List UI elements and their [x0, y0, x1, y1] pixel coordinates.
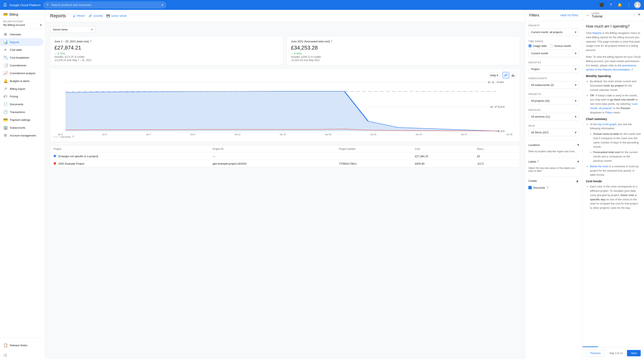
- tutorial-close-button[interactable]: ✕: [638, 12, 641, 17]
- sidebar-item-overview[interactable]: ⊞ Overview: [0, 31, 43, 38]
- group-by-value: Project: [531, 68, 539, 71]
- reports-header: Reports 🖨 PRINT 🔗 SHARE 💾 SAVE VIEW: [45, 10, 525, 22]
- payment-settings-icon: 💳: [3, 118, 8, 122]
- credits-section-toggle[interactable]: Credits ▲: [528, 177, 579, 185]
- project-number-1: [336, 153, 412, 160]
- search-dropdown-icon[interactable]: ▾: [162, 4, 163, 7]
- help-icon[interactable]: ?: [607, 1, 614, 9]
- col-project-id: Project ID: [209, 146, 336, 153]
- invoice-month-radio-circle: [550, 44, 553, 48]
- group-by-arrow-icon: ▾: [575, 67, 576, 71]
- discounts-checkbox-row[interactable]: Discounts ?: [528, 185, 579, 190]
- sidebar-item-label: Subaccounts: [10, 126, 25, 129]
- project-name-1: [Charges not specific to a project]: [50, 153, 209, 160]
- period-selector[interactable]: Daily ▾: [488, 73, 500, 78]
- sidebar-nav: ⊞ Overview 📊 Reports ≡ Cost table 📉 Cost…: [0, 29, 45, 336]
- tutorial-intro: Click Reports in the Billing navigation …: [586, 31, 641, 52]
- line-chart-button[interactable]: [502, 72, 509, 79]
- tutorial-note: Note: To view the billing reports for yo…: [586, 55, 641, 72]
- presets-filter: Presets Current month, all projects ▾: [528, 24, 579, 36]
- search-bar[interactable]: 🔍 ▾: [43, 2, 166, 9]
- chart-summary-heading: Chart summary: [586, 117, 641, 121]
- project-cost-2: £655.80: [412, 160, 474, 167]
- labels-help-icon[interactable]: ?: [537, 160, 539, 163]
- print-button[interactable]: 🖨 PRINT: [72, 14, 85, 18]
- project-discount-2: -£171: [474, 160, 520, 167]
- project-color-dot-1: [54, 155, 56, 157]
- locations-section-toggle[interactable]: Locations ▾: [528, 140, 579, 149]
- main-content: Reports 🖨 PRINT 🔗 SHARE 💾 SAVE VIEW: [45, 10, 525, 359]
- hamburger-icon[interactable]: ☰: [3, 3, 7, 8]
- saved-views-dropdown[interactable]: Saved views ▾: [50, 26, 95, 33]
- hide-filters-button[interactable]: HIDE FILTERS: [560, 14, 578, 17]
- sidebar-item-cost-breakdown[interactable]: 📉 Cost breakdown: [0, 54, 43, 62]
- stat-help-icon-2[interactable]: ?: [330, 40, 332, 43]
- sidebar-collapse-button[interactable]: ◁: [0, 351, 45, 359]
- discounts-label: Discounts: [533, 186, 545, 189]
- projects-dropdown[interactable]: All projects (16) ▾: [528, 97, 579, 105]
- sidebar-item-subaccounts[interactable]: 🏢 Subaccounts: [0, 124, 43, 132]
- usage-date-radio[interactable]: Usage date: [528, 44, 547, 48]
- sidebar-bottom: 📋 Release Notes: [0, 340, 45, 351]
- user-avatar[interactable]: [634, 2, 641, 8]
- sidebar-item-payment-settings[interactable]: 💳 Payment settings: [0, 116, 43, 124]
- tutorial-menu-icon[interactable]: ⋮: [632, 12, 636, 17]
- notifications-icon[interactable]: 🔔: [616, 1, 624, 9]
- sidebar-item-budgets-alerts[interactable]: 🔔 Budgets & alerts: [0, 77, 43, 85]
- saved-views-label: Saved views: [53, 28, 90, 31]
- stat-help-icon-1[interactable]: ?: [90, 40, 92, 43]
- presets-dropdown[interactable]: Current month, all projects ▾: [528, 28, 579, 36]
- pricing-icon: 🏷: [3, 94, 8, 99]
- group-by-dropdown[interactable]: Project ▾: [528, 65, 579, 73]
- sidebar-item-billing-export[interactable]: ↗ Billing export: [0, 85, 43, 93]
- services-dropdown[interactable]: All services (11) ▾: [528, 113, 579, 120]
- current-month-dropdown[interactable]: Current month ▾: [528, 50, 579, 57]
- search-input[interactable]: [51, 3, 159, 7]
- sidebar-item-commitment-analysis[interactable]: 📈 Commitment analysis: [0, 69, 43, 77]
- tutorial-header-left: ← LEARN Tutorial: [586, 12, 602, 18]
- sidebar-item-label: Commitments: [10, 64, 26, 67]
- sidebar-item-documents[interactable]: 📄 Documents: [0, 100, 43, 108]
- labels-label: Labels: [528, 160, 536, 163]
- bar-chart-button[interactable]: [510, 72, 516, 79]
- invoice-month-radio[interactable]: Invoice month: [550, 44, 571, 48]
- tutorial-back-button[interactable]: ←: [586, 13, 590, 18]
- svg-rect-3: [514, 75, 514, 77]
- tutorial-header: ← LEARN Tutorial ⋮ ✕: [582, 10, 644, 21]
- tutorial-next-button[interactable]: Next: [627, 350, 641, 356]
- commitment-analysis-icon: 📈: [3, 71, 8, 75]
- cloud-shell-icon[interactable]: ⬛: [598, 1, 606, 9]
- sidebar-item-account-management[interactable]: ⚙ Account management: [0, 132, 43, 139]
- sidebar-item-cost-table[interactable]: ≡ Cost table: [0, 46, 43, 54]
- sidebar-item-transactions[interactable]: 🕐 Transactions: [0, 108, 43, 116]
- skus-dropdown[interactable]: All SKUs (157) ▾: [528, 129, 579, 136]
- tutorial-previous-button[interactable]: Previous: [586, 350, 605, 356]
- billing-account-selector[interactable]: Billing account My Billing Account ▾: [0, 19, 45, 29]
- table-row[interactable]: GKE Example Project gke-example-project-…: [50, 160, 520, 167]
- invoice-month-label: Invoice month: [554, 44, 571, 48]
- locations-desc: Filter by location data like region and …: [528, 150, 579, 153]
- cost-trend-help-icon[interactable]: ?: [72, 135, 74, 139]
- share-button[interactable]: 🔗 SHARE: [88, 14, 103, 18]
- table-row[interactable]: [Charges not specific to a project] — £2…: [50, 153, 520, 160]
- sidebar-item-release-notes[interactable]: 📋 Release Notes: [0, 341, 43, 349]
- discounts-help-icon[interactable]: ?: [547, 186, 548, 189]
- stat-detail-1b: -£1,076.15 over May 7 – 31, 2021: [54, 59, 279, 62]
- sidebar-item-reports[interactable]: 📊 Reports: [0, 38, 43, 46]
- project-number-2: 770954173611: [336, 160, 412, 167]
- sidebar-item-commitments[interactable]: 📑 Commitments: [0, 62, 43, 69]
- save-view-button[interactable]: 💾 SAVE VIEW: [106, 14, 127, 18]
- stat-detail-2b: -£1,637.04 over May 2021: [291, 59, 516, 62]
- data-table: Project Project ID Project number Cost D…: [50, 145, 520, 168]
- subaccounts-dropdown[interactable]: All subaccounts (2) ▾: [528, 81, 579, 89]
- labels-section-toggle[interactable]: Labels ? ▾: [528, 157, 579, 166]
- discounts-checkbox[interactable]: [528, 186, 532, 189]
- sidebar-item-pricing[interactable]: 🏷 Pricing: [0, 93, 43, 100]
- tutorial-title-block: LEARN Tutorial: [592, 12, 602, 18]
- chart-view-buttons: [502, 72, 516, 79]
- more-options-icon[interactable]: ⋮: [625, 1, 632, 9]
- credits-label: Credits: [528, 179, 537, 182]
- svg-rect-2: [513, 74, 514, 77]
- top-navigation: ☰ Google Cloud Platform 🔍 ▾ ⬛ ? 🔔 ⋮: [0, 0, 644, 10]
- cost-trends-list: Each color in the chart corresponds to a…: [586, 185, 641, 210]
